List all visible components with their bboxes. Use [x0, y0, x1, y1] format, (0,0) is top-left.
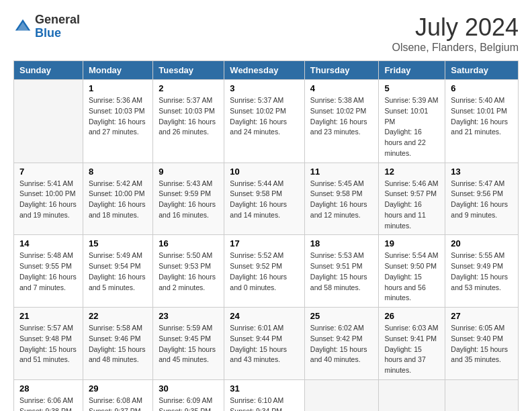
day-number: 11 [310, 167, 373, 177]
calendar-cell: 13Sunrise: 5:47 AMSunset: 9:56 PMDayligh… [445, 163, 519, 235]
day-number: 19 [384, 238, 439, 248]
day-number: 31 [230, 383, 299, 394]
cell-info: Sunrise: 5:55 AMSunset: 9:49 PMDaylight:… [451, 250, 513, 293]
calendar-cell: 23Sunrise: 5:59 AMSunset: 9:45 PMDayligh… [153, 308, 224, 380]
calendar-cell: 11Sunrise: 5:45 AMSunset: 9:58 PMDayligh… [304, 163, 379, 235]
cell-info: Sunrise: 5:40 AMSunset: 10:01 PMDaylight… [451, 95, 513, 138]
day-number: 16 [159, 238, 218, 248]
week-row-3: 14Sunrise: 5:48 AMSunset: 9:55 PMDayligh… [14, 235, 519, 308]
day-header-friday: Friday [379, 61, 445, 80]
day-number: 22 [89, 311, 147, 321]
calendar-cell: 10Sunrise: 5:44 AMSunset: 9:58 PMDayligh… [224, 163, 305, 235]
cell-info: Sunrise: 5:59 AMSunset: 9:45 PMDaylight:… [159, 323, 218, 365]
calendar-cell: 19Sunrise: 5:54 AMSunset: 9:50 PMDayligh… [379, 235, 445, 308]
calendar-cell [14, 80, 83, 163]
calendar-cell: 1Sunrise: 5:36 AMSunset: 10:03 PMDayligh… [83, 80, 152, 163]
day-header-sunday: Sunday [14, 61, 83, 80]
calendar-cell: 8Sunrise: 5:42 AMSunset: 10:00 PMDayligh… [83, 163, 152, 235]
cell-info: Sunrise: 6:06 AMSunset: 9:38 PMDaylight:… [19, 396, 77, 411]
calendar-cell: 14Sunrise: 5:48 AMSunset: 9:55 PMDayligh… [14, 235, 83, 308]
day-header-monday: Monday [83, 61, 152, 80]
calendar-cell: 27Sunrise: 6:05 AMSunset: 9:40 PMDayligh… [445, 308, 519, 380]
day-number: 7 [19, 167, 77, 177]
page-header: General Blue July 2024 Olsene, Flanders,… [13, 13, 519, 54]
day-number: 3 [230, 83, 299, 93]
cell-info: Sunrise: 6:01 AMSunset: 9:44 PMDaylight:… [230, 323, 299, 365]
calendar-cell: 4Sunrise: 5:38 AMSunset: 10:02 PMDayligh… [304, 80, 379, 163]
calendar-cell: 3Sunrise: 5:37 AMSunset: 10:02 PMDayligh… [224, 80, 305, 163]
calendar-body: 1Sunrise: 5:36 AMSunset: 10:03 PMDayligh… [14, 80, 519, 412]
cell-info: Sunrise: 6:03 AMSunset: 9:41 PMDaylight:… [384, 323, 439, 376]
calendar-cell: 21Sunrise: 5:57 AMSunset: 9:48 PMDayligh… [14, 308, 83, 380]
calendar-cell: 15Sunrise: 5:49 AMSunset: 9:54 PMDayligh… [83, 235, 152, 308]
cell-info: Sunrise: 6:05 AMSunset: 9:40 PMDaylight:… [451, 323, 513, 365]
cell-info: Sunrise: 5:45 AMSunset: 9:58 PMDaylight:… [310, 179, 373, 221]
cell-info: Sunrise: 5:52 AMSunset: 9:52 PMDaylight:… [230, 250, 299, 293]
calendar-cell: 28Sunrise: 6:06 AMSunset: 9:38 PMDayligh… [14, 379, 83, 411]
title-block: July 2024 Olsene, Flanders, Belgium [392, 13, 519, 54]
cell-info: Sunrise: 5:54 AMSunset: 9:50 PMDaylight:… [384, 250, 439, 304]
day-header-thursday: Thursday [304, 61, 379, 80]
calendar-cell: 6Sunrise: 5:40 AMSunset: 10:01 PMDayligh… [445, 80, 519, 163]
day-number: 12 [384, 167, 439, 177]
cell-info: Sunrise: 6:08 AMSunset: 9:37 PMDaylight:… [89, 396, 147, 411]
calendar-cell: 22Sunrise: 5:58 AMSunset: 9:46 PMDayligh… [83, 308, 152, 380]
cell-info: Sunrise: 5:47 AMSunset: 9:56 PMDaylight:… [451, 179, 513, 221]
day-number: 20 [451, 238, 513, 248]
day-number: 4 [310, 83, 373, 93]
week-row-4: 21Sunrise: 5:57 AMSunset: 9:48 PMDayligh… [14, 308, 519, 380]
cell-info: Sunrise: 5:41 AMSunset: 10:00 PMDaylight… [19, 179, 77, 221]
cell-info: Sunrise: 5:57 AMSunset: 9:48 PMDaylight:… [19, 323, 77, 365]
day-number: 13 [451, 167, 513, 177]
calendar-header: SundayMondayTuesdayWednesdayThursdayFrid… [14, 61, 519, 80]
cell-info: Sunrise: 5:43 AMSunset: 9:59 PMDaylight:… [159, 179, 218, 221]
cell-info: Sunrise: 5:38 AMSunset: 10:02 PMDaylight… [310, 95, 373, 138]
day-number: 8 [89, 167, 147, 177]
logo-blue: Blue [35, 27, 80, 40]
day-number: 1 [89, 83, 147, 93]
week-row-5: 28Sunrise: 6:06 AMSunset: 9:38 PMDayligh… [14, 379, 519, 411]
calendar-cell: 31Sunrise: 6:10 AMSunset: 9:34 PMDayligh… [224, 379, 305, 411]
calendar-cell [445, 379, 519, 411]
calendar-cell: 20Sunrise: 5:55 AMSunset: 9:49 PMDayligh… [445, 235, 519, 308]
month-year: July 2024 [392, 13, 519, 42]
cell-info: Sunrise: 5:58 AMSunset: 9:46 PMDaylight:… [89, 323, 147, 365]
week-row-1: 1Sunrise: 5:36 AMSunset: 10:03 PMDayligh… [14, 80, 519, 163]
day-header-saturday: Saturday [445, 61, 519, 80]
cell-info: Sunrise: 6:09 AMSunset: 9:35 PMDaylight:… [159, 396, 218, 411]
cell-info: Sunrise: 5:36 AMSunset: 10:03 PMDaylight… [89, 95, 147, 138]
calendar-cell: 12Sunrise: 5:46 AMSunset: 9:57 PMDayligh… [379, 163, 445, 235]
day-number: 9 [159, 167, 218, 177]
calendar-cell: 7Sunrise: 5:41 AMSunset: 10:00 PMDayligh… [14, 163, 83, 235]
day-number: 30 [159, 383, 218, 394]
calendar-cell: 30Sunrise: 6:09 AMSunset: 9:35 PMDayligh… [153, 379, 224, 411]
day-header-wednesday: Wednesday [224, 61, 305, 80]
calendar-cell: 25Sunrise: 6:02 AMSunset: 9:42 PMDayligh… [304, 308, 379, 380]
calendar-table: SundayMondayTuesdayWednesdayThursdayFrid… [13, 60, 519, 411]
calendar-cell: 17Sunrise: 5:52 AMSunset: 9:52 PMDayligh… [224, 235, 305, 308]
cell-info: Sunrise: 5:37 AMSunset: 10:03 PMDaylight… [159, 95, 218, 138]
cell-info: Sunrise: 5:48 AMSunset: 9:55 PMDaylight:… [19, 250, 77, 293]
calendar-cell: 18Sunrise: 5:53 AMSunset: 9:51 PMDayligh… [304, 235, 379, 308]
cell-info: Sunrise: 5:46 AMSunset: 9:57 PMDaylight:… [384, 179, 439, 232]
cell-info: Sunrise: 5:44 AMSunset: 9:58 PMDaylight:… [230, 179, 299, 221]
day-number: 2 [159, 83, 218, 93]
cell-info: Sunrise: 5:42 AMSunset: 10:00 PMDaylight… [89, 179, 147, 221]
cell-info: Sunrise: 5:37 AMSunset: 10:02 PMDaylight… [230, 95, 299, 138]
day-number: 29 [89, 383, 147, 394]
day-number: 21 [19, 311, 77, 321]
calendar-cell: 24Sunrise: 6:01 AMSunset: 9:44 PMDayligh… [224, 308, 305, 380]
logo-general: General [35, 13, 80, 27]
day-header-tuesday: Tuesday [153, 61, 224, 80]
calendar-cell: 5Sunrise: 5:39 AMSunset: 10:01 PMDayligh… [379, 80, 445, 163]
day-number: 5 [384, 83, 439, 93]
location: Olsene, Flanders, Belgium [392, 42, 519, 54]
day-number: 18 [310, 238, 373, 248]
week-row-2: 7Sunrise: 5:41 AMSunset: 10:00 PMDayligh… [14, 163, 519, 235]
day-number: 6 [451, 83, 513, 93]
cell-info: Sunrise: 5:50 AMSunset: 9:53 PMDaylight:… [159, 250, 218, 293]
cell-info: Sunrise: 6:02 AMSunset: 9:42 PMDaylight:… [310, 323, 373, 365]
calendar-cell: 2Sunrise: 5:37 AMSunset: 10:03 PMDayligh… [153, 80, 224, 163]
day-number: 27 [451, 311, 513, 321]
calendar-cell: 16Sunrise: 5:50 AMSunset: 9:53 PMDayligh… [153, 235, 224, 308]
